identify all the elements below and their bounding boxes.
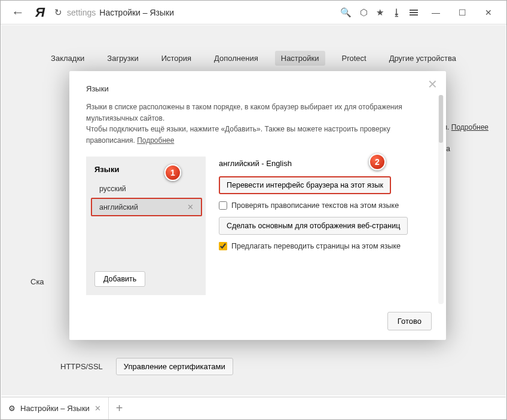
tab-downloads[interactable]: Загрузки: [101, 51, 144, 66]
https-section: HTTPS/SSL Управление сертификатами: [60, 358, 233, 375]
tab-protect[interactable]: Protect: [336, 51, 372, 66]
reload-button[interactable]: ↻: [50, 7, 67, 18]
languages-body: Языки русский английский ✕ Добавить англ…: [86, 157, 429, 295]
url-scheme: settings: [67, 8, 96, 17]
settings-nav-tabs: Закладки Загрузки История Дополнения Нас…: [1, 51, 506, 66]
address-bar[interactable]: settings Настройки – Языки: [67, 8, 335, 17]
https-label: HTTPS/SSL: [60, 362, 103, 371]
search-icon[interactable]: 🔍: [340, 7, 352, 18]
tab-addons[interactable]: Дополнения: [208, 51, 264, 66]
bg-char: а: [446, 145, 450, 153]
yandex-logo[interactable]: Я: [30, 5, 50, 20]
maximize-button[interactable]: ☐: [449, 8, 475, 17]
lang-item-english[interactable]: английский ✕: [91, 198, 202, 216]
language-list-header: Языки: [94, 165, 198, 174]
shield-icon[interactable]: ⬡: [360, 7, 368, 18]
gear-icon: ⚙: [8, 404, 16, 413]
manage-certificates-button[interactable]: Управление сертификатами: [116, 358, 233, 375]
url-title: Настройки – Языки: [99, 8, 174, 17]
browser-tab-title: Настройки – Языки: [20, 404, 90, 413]
make-default-button[interactable]: Сделать основным для отображения веб-стр…: [219, 217, 408, 235]
spellcheck-checkbox[interactable]: [219, 201, 227, 210]
done-button[interactable]: Готово: [387, 312, 432, 330]
offer-translate-label: Предлагать переводить страницы на этом я…: [231, 242, 401, 250]
browser-tab[interactable]: ⚙ Настройки – Языки ✕: [1, 397, 109, 419]
new-tab-button[interactable]: +: [109, 401, 130, 415]
back-button[interactable]: ←: [5, 5, 30, 20]
browser-tabbar: ⚙ Настройки – Языки ✕ +: [1, 397, 506, 419]
modal-scrollbar[interactable]: [438, 95, 444, 304]
remove-language-icon[interactable]: ✕: [187, 203, 194, 211]
annotation-badge-1: 1: [164, 164, 181, 181]
lang-item-russian[interactable]: русский: [94, 180, 198, 198]
bg-truncated-label: Ска: [30, 277, 44, 286]
language-detail-header: английский - English: [219, 159, 429, 168]
offer-translate-row: Предлагать переводить страницы на этом я…: [219, 242, 429, 250]
translate-ui-button[interactable]: Перевести интерфейс браузера на этот язы…: [219, 176, 391, 194]
close-window-button[interactable]: ✕: [475, 8, 502, 17]
spellcheck-label: Проверять правописание текстов на этом я…: [231, 201, 399, 210]
add-language-button[interactable]: Добавить: [94, 271, 145, 287]
menu-icon[interactable]: [410, 8, 418, 17]
download-icon[interactable]: ⭳: [392, 7, 401, 17]
modal-description: Языки в списке расположены в таком поряд…: [86, 102, 429, 146]
modal-close-icon[interactable]: ✕: [427, 77, 438, 91]
minimize-button[interactable]: ―: [423, 8, 449, 17]
annotation-badge-2: 2: [369, 154, 386, 170]
language-list: Языки русский английский ✕ Добавить: [86, 157, 206, 295]
tab-bookmarks[interactable]: Закладки: [45, 51, 90, 66]
tab-devices[interactable]: Другие устройства: [383, 51, 462, 66]
offer-translate-checkbox[interactable]: [219, 242, 227, 250]
link-more[interactable]: Подробнее: [451, 123, 488, 131]
close-tab-icon[interactable]: ✕: [94, 404, 101, 413]
titlebar: ← Я ↻ settings Настройки – Языки 🔍 ⬡ ★ ⭳…: [1, 1, 506, 24]
tab-history[interactable]: История: [155, 51, 197, 66]
spellcheck-row: Проверять правописание текстов на этом я…: [219, 201, 429, 210]
modal-title: Языки: [86, 84, 429, 93]
toolbar-icons: 🔍 ⬡ ★ ⭳: [335, 7, 423, 18]
lang-item-label: английский: [99, 203, 138, 211]
language-detail: английский - English Перевести интерфейс…: [219, 157, 429, 295]
link-more-modal[interactable]: Подробнее: [137, 136, 174, 145]
tab-settings[interactable]: Настройки: [275, 51, 325, 66]
bookmark-star-icon[interactable]: ★: [376, 7, 384, 18]
languages-modal: ✕ Языки Языки в списке расположены в так…: [69, 71, 446, 340]
